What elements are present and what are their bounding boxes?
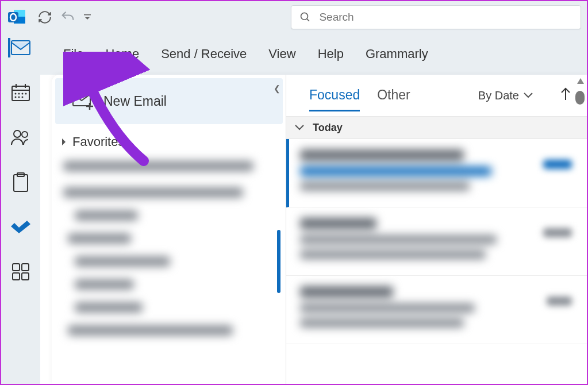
chevron-down-icon	[524, 92, 533, 99]
qat-dropdown-icon[interactable]	[79, 6, 95, 29]
title-bar	[1, 1, 587, 33]
group-today-label: Today	[313, 122, 343, 134]
folder-scrollbar-thumb[interactable]	[277, 230, 280, 293]
tab-other[interactable]: Other	[377, 87, 410, 111]
svg-rect-22	[14, 175, 28, 191]
message-time-blurred	[543, 160, 572, 169]
new-email-icon	[72, 93, 93, 110]
sort-by-button[interactable]: By Date	[478, 89, 533, 102]
main-area: ❮ New Email Favorites Focused Other By D…	[52, 75, 587, 384]
svg-point-21	[22, 132, 28, 137]
new-email-button[interactable]: New Email	[55, 78, 283, 124]
sort-direction-icon[interactable]	[560, 87, 571, 103]
ribbon-tab-sendreceive[interactable]: Send / Receive	[161, 47, 247, 61]
new-email-label: New Email	[103, 94, 167, 109]
tab-focused[interactable]: Focused	[309, 87, 360, 111]
message-item[interactable]	[286, 207, 587, 276]
left-rail	[1, 33, 40, 384]
svg-rect-5	[84, 14, 91, 16]
ribbon-tab-help[interactable]: Help	[318, 47, 344, 61]
ribbon-tabs: File Home Send / Receive View Help Gramm…	[1, 33, 587, 75]
refresh-icon[interactable]	[33, 6, 56, 29]
svg-rect-28	[73, 93, 90, 106]
message-list-pane: Focused Other By Date Today	[286, 75, 587, 384]
search-icon	[299, 11, 311, 24]
ribbon-tab-home[interactable]: Home	[105, 47, 139, 61]
message-item[interactable]	[286, 139, 587, 207]
outlook-logo-icon	[5, 5, 29, 29]
svg-line-7	[307, 19, 309, 21]
svg-rect-27	[22, 273, 29, 280]
rail-tasks-icon[interactable]	[8, 172, 33, 192]
undo-icon[interactable]	[56, 6, 79, 29]
group-today[interactable]: Today	[286, 116, 587, 139]
folder-accounts-blurred	[52, 149, 286, 336]
search-box[interactable]	[291, 5, 581, 29]
rail-calendar-icon[interactable]	[8, 83, 33, 102]
chevron-down-icon	[294, 124, 305, 132]
ribbon-tab-file[interactable]: File	[63, 47, 83, 61]
scrollbar[interactable]	[575, 77, 586, 105]
folder-pane: ❮ New Email Favorites	[52, 75, 286, 384]
rail-mail-icon[interactable]	[8, 38, 33, 57]
rail-people-icon[interactable]	[8, 128, 33, 147]
message-item[interactable]	[286, 276, 587, 344]
rail-todo-icon[interactable]	[8, 217, 33, 237]
message-list-header: Focused Other By Date	[286, 75, 587, 116]
svg-rect-9	[12, 86, 29, 101]
sort-label: By Date	[478, 89, 519, 102]
svg-rect-25	[22, 264, 29, 271]
search-input[interactable]	[319, 11, 572, 24]
message-time-blurred	[543, 228, 572, 237]
svg-point-20	[14, 130, 21, 137]
message-time-blurred	[547, 297, 572, 306]
ribbon-tab-view[interactable]: View	[268, 47, 295, 61]
svg-point-6	[301, 13, 308, 20]
svg-rect-24	[13, 264, 20, 271]
chevron-right-icon	[60, 138, 68, 146]
favorites-section[interactable]: Favorites	[52, 124, 286, 149]
favorites-label: Favorites	[72, 134, 124, 149]
rail-apps-icon[interactable]	[8, 262, 33, 282]
ribbon-tab-grammarly[interactable]: Grammarly	[366, 47, 428, 61]
collapse-folder-pane-icon[interactable]: ❮	[274, 84, 280, 93]
svg-rect-26	[13, 273, 20, 280]
